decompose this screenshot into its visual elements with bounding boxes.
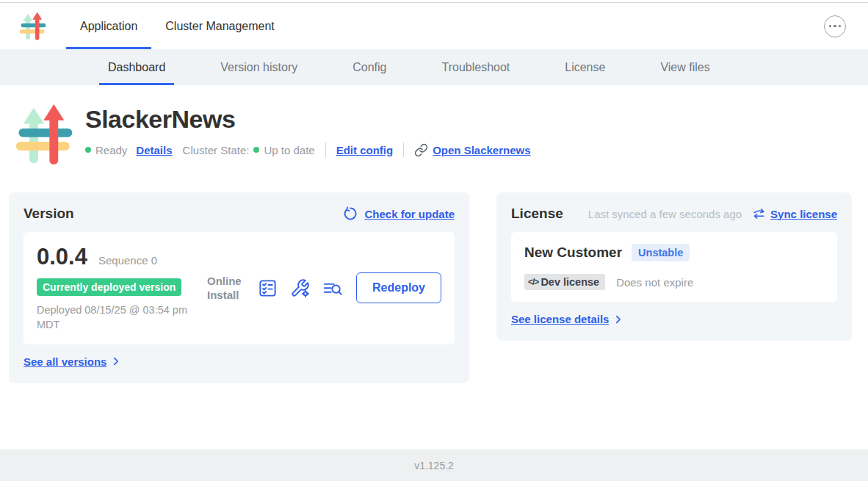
customer-name: New Customer — [524, 245, 622, 261]
sync-arrows-icon — [752, 207, 766, 221]
tab-view-files[interactable]: View files — [651, 49, 718, 85]
tab-version-history-label: Version history — [220, 61, 297, 74]
deployed-timestamp: Deployed 08/15/25 @ 03:54 pm MDT — [37, 303, 195, 333]
chevron-right-icon — [613, 314, 623, 325]
divider — [325, 142, 326, 157]
tab-view-files-label: View files — [660, 61, 709, 74]
version-sequence: Sequence 0 — [98, 254, 157, 267]
console-footer: v1.125.2 — [0, 449, 868, 481]
app-status-row: Ready Details Cluster State: Up to date … — [85, 142, 531, 157]
version-number: 0.0.4 — [37, 244, 87, 270]
divider — [403, 142, 404, 157]
cluster-state-dot — [253, 147, 259, 153]
last-synced-text: Last synced a few seconds ago — [588, 208, 742, 220]
ellipsis-icon — [829, 25, 842, 28]
deployed-status-badge: Currently deployed version — [37, 278, 181, 296]
nav-tab-application[interactable]: Application — [66, 3, 151, 49]
dashboard-cards: Version Check for update 0.0.4 Sequ — [0, 168, 868, 383]
license-type-label: Dev license — [540, 276, 599, 288]
app-logo-icon — [19, 11, 48, 42]
app-subnav: Dashboard Version history Config Trouble… — [0, 49, 868, 85]
page-title: SlackerNews — [85, 105, 531, 134]
tab-config[interactable]: Config — [344, 49, 395, 85]
nav-tab-cluster-management-label: Cluster Management — [165, 20, 275, 33]
tab-dashboard-label: Dashboard — [108, 61, 165, 74]
open-app-link-group[interactable]: Open Slackernews — [414, 143, 530, 157]
tab-dashboard[interactable]: Dashboard — [99, 49, 174, 85]
preflight-checklist-icon[interactable] — [258, 278, 278, 298]
version-card: Version Check for update 0.0.4 Sequ — [9, 192, 469, 383]
tab-config-label: Config — [352, 61, 386, 74]
version-card-title: Version — [23, 206, 74, 222]
cluster-state-label: Cluster State: — [183, 144, 250, 156]
check-for-update-link[interactable]: Check for update — [364, 208, 455, 220]
nav-tab-cluster-management[interactable]: Cluster Management — [151, 3, 289, 49]
app-logo-large-icon — [15, 102, 75, 168]
app-status-dot — [85, 147, 91, 153]
config-wrench-icon[interactable] — [290, 278, 310, 298]
view-logs-icon[interactable] — [322, 278, 342, 298]
sync-license-link[interactable]: Sync license — [770, 208, 837, 220]
chevron-right-icon — [111, 356, 121, 366]
app-status-text: Ready — [95, 144, 127, 156]
install-type-label: Online Install — [207, 274, 245, 303]
dashboard-main: SlackerNews Ready Details Cluster State:… — [0, 85, 868, 449]
sync-license-group[interactable]: Sync license — [752, 207, 837, 221]
console-version: v1.125.2 — [414, 460, 454, 471]
license-expiry-text: Does not expire — [616, 276, 693, 289]
current-version-panel: 0.0.4 Sequence 0 Currently deployed vers… — [23, 232, 455, 344]
cluster-state-value: Up to date — [264, 144, 314, 156]
app-hero: SlackerNews Ready Details Cluster State:… — [0, 85, 868, 168]
see-license-details-group[interactable]: See license details — [511, 313, 623, 325]
see-all-versions-group[interactable]: See all versions — [23, 355, 121, 368]
app-header: Application Cluster Management — [0, 3, 868, 49]
open-app-link[interactable]: Open Slackernews — [433, 144, 530, 156]
channel-badge: Unstable — [632, 244, 690, 261]
nav-tab-application-label: Application — [80, 20, 137, 33]
see-all-versions-link[interactable]: See all versions — [23, 355, 106, 368]
details-link[interactable]: Details — [136, 144, 172, 156]
tab-license[interactable]: License — [556, 49, 614, 85]
code-icon: </> — [528, 277, 538, 287]
redeploy-button[interactable]: Redeploy — [356, 272, 441, 303]
tab-troubleshoot[interactable]: Troubleshoot — [433, 49, 518, 85]
refresh-icon — [343, 206, 358, 221]
overflow-menu-button[interactable] — [824, 15, 846, 37]
license-details-panel: New Customer Unstable </> Dev license Do… — [511, 232, 837, 302]
license-card-title: License — [511, 206, 563, 222]
tab-version-history[interactable]: Version history — [211, 49, 306, 85]
link-chain-icon — [414, 143, 428, 157]
edit-config-link[interactable]: Edit config — [336, 144, 394, 156]
tab-troubleshoot-label: Troubleshoot — [441, 61, 510, 74]
see-license-details-link[interactable]: See license details — [511, 313, 609, 325]
check-for-update-group[interactable]: Check for update — [343, 206, 455, 221]
tab-license-label: License — [565, 61, 605, 74]
license-type-badge: </> Dev license — [524, 274, 605, 290]
license-card: License Last synced a few seconds ago — [496, 192, 852, 341]
primary-nav: Application Cluster Management — [66, 3, 289, 49]
